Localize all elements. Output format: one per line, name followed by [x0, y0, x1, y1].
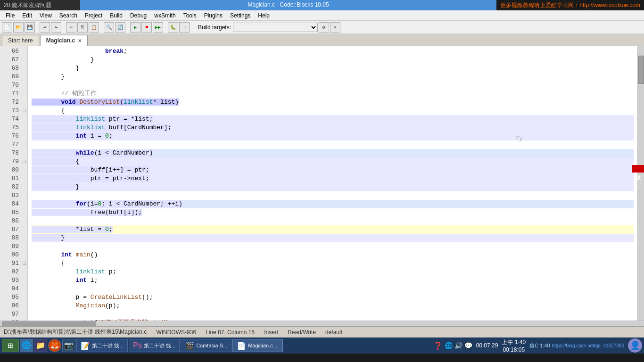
- tb-debug[interactable]: 🐛: [168, 22, 178, 33]
- menu-debug[interactable]: Debug: [126, 11, 150, 20]
- tb-open[interactable]: 📂: [13, 22, 24, 33]
- code-line-75[interactable]: linklist buff[CardNumber];: [32, 123, 634, 132]
- code-line-78[interactable]: while(i < CardNumber): [32, 149, 634, 157]
- taskbar-csdn-link[interactable]: https://blog.csdn.net/qq_41627390: [552, 343, 624, 348]
- vertical-scrollbar[interactable]: [637, 46, 644, 321]
- start-button[interactable]: ⊞: [2, 339, 19, 352]
- tb-close-build[interactable]: ✕: [330, 22, 340, 33]
- tab-close-icon[interactable]: ✕: [78, 38, 82, 43]
- menu-project[interactable]: Project: [81, 11, 106, 20]
- taskbar-volume-icon[interactable]: 🔊: [454, 342, 462, 349]
- code-line-82[interactable]: }: [32, 183, 634, 191]
- code-line-68[interactable]: }: [32, 64, 634, 73]
- code-line-67[interactable]: }: [32, 56, 634, 64]
- fold-marker-84: [21, 200, 27, 208]
- fold-marker-79[interactable]: □: [21, 157, 27, 166]
- taskbar-network-icon[interactable]: 🌐: [445, 342, 453, 349]
- code-line-70[interactable]: [32, 81, 634, 90]
- menu-edit[interactable]: Edit: [18, 11, 36, 20]
- menu-search[interactable]: Search: [56, 11, 81, 20]
- build-target-area: Build targets:: [198, 23, 318, 32]
- tb-save[interactable]: 💾: [25, 22, 35, 33]
- code-line-69[interactable]: }: [32, 73, 634, 81]
- menu-file[interactable]: File: [2, 11, 18, 20]
- code-line-93[interactable]: int i;: [32, 276, 634, 285]
- code-line-86[interactable]: [32, 217, 634, 225]
- menu-view[interactable]: View: [36, 11, 56, 20]
- taskbar-item-lecture1[interactable]: 📝 第二十讲 线...: [76, 339, 128, 352]
- taskbar-icon-1[interactable]: 🌐: [20, 339, 33, 352]
- code-line-77[interactable]: [32, 140, 634, 149]
- tb-step[interactable]: →: [179, 22, 190, 33]
- code-line-90[interactable]: int main(): [32, 251, 634, 259]
- code-line-76[interactable]: int i = 0;: [32, 132, 634, 140]
- tb-undo[interactable]: ↩: [40, 22, 50, 33]
- code-line-66[interactable]: break;: [32, 47, 634, 56]
- taskbar-item-ps[interactable]: Ps 第二十讲 线...: [129, 339, 180, 352]
- fold-marker-73[interactable]: □: [21, 107, 27, 115]
- taskbar-icon-4[interactable]: 📷: [62, 339, 75, 352]
- horizontal-scrollbar-thumb[interactable]: [2, 321, 96, 326]
- code-line-83[interactable]: [32, 191, 634, 200]
- taskbar-item-magician[interactable]: 📄 Magician.c ...: [232, 339, 283, 352]
- right-annotation[interactable]: 默认: [632, 165, 644, 173]
- code-line-79[interactable]: {: [32, 157, 634, 166]
- code-line-95[interactable]: p = CreateLinkList();: [32, 293, 634, 302]
- code-line-88[interactable]: }: [32, 234, 634, 242]
- code-line-71[interactable]: // 销毁工作: [32, 90, 634, 98]
- tb-run[interactable]: ▶: [130, 22, 140, 33]
- code-line-94[interactable]: [32, 285, 634, 293]
- taskbar-chat-icon[interactable]: 💬: [464, 342, 472, 349]
- code-line-98[interactable]: printf("按如下顺序发牌：\n");: [32, 319, 634, 321]
- taskbar-avatar[interactable]: 👤: [628, 338, 642, 353]
- horizontal-scrollbar[interactable]: [0, 321, 644, 326]
- fold-marker-94: [21, 285, 27, 293]
- code-line-81[interactable]: ptr = ptr->next;: [32, 174, 634, 183]
- tb-paste[interactable]: 📋: [89, 22, 99, 33]
- tb-copy[interactable]: ⎘: [77, 22, 88, 33]
- code-line-89[interactable]: [32, 242, 634, 251]
- code-line-84[interactable]: for(i=0; i < CardNumber; ++i): [32, 200, 634, 208]
- code-line-91[interactable]: {: [32, 259, 634, 268]
- menu-tools[interactable]: Tools: [180, 11, 200, 20]
- tab-magician-c[interactable]: Magician.c ✕: [40, 35, 88, 46]
- menu-wxsmith[interactable]: wxSmith: [150, 11, 179, 20]
- code-editor[interactable]: break; } } } // 销毁工作 void DestoryList(li…: [28, 46, 637, 321]
- code-line-85[interactable]: free(buff[i]);: [32, 208, 634, 217]
- line-number-93: 93: [0, 276, 19, 285]
- code-line-96[interactable]: Magician(p);: [32, 302, 634, 310]
- tb-search[interactable]: 🔍: [104, 22, 114, 33]
- tb-new[interactable]: 📄: [2, 22, 12, 33]
- taskbar-icon-3[interactable]: 🦊: [48, 339, 61, 352]
- menu-plugins[interactable]: Plugins: [200, 11, 226, 20]
- tb-cut[interactable]: ✂: [66, 22, 76, 33]
- fold-marker-81: [21, 174, 27, 183]
- code-line-73[interactable]: {: [32, 107, 634, 115]
- scrollbar-thumb[interactable]: [638, 56, 644, 84]
- build-target-select[interactable]: [233, 23, 318, 32]
- code-line-97[interactable]: [32, 310, 634, 319]
- tb-stop[interactable]: ■: [141, 22, 152, 33]
- taskbar-icon-2[interactable]: 📁: [34, 339, 47, 352]
- status-encoding: WINDOWS-936: [156, 329, 196, 336]
- code-line-87[interactable]: *list = 0;: [32, 225, 634, 234]
- tb-settings[interactable]: ⚙: [319, 22, 329, 33]
- taskbar-help-icon[interactable]: ❓: [433, 341, 443, 350]
- line-number-83: 83: [0, 191, 19, 200]
- fold-marker-91[interactable]: □: [21, 259, 27, 268]
- tab-start-here[interactable]: Start here: [2, 35, 39, 46]
- tb-redo[interactable]: ↪: [51, 22, 61, 33]
- tb-replace[interactable]: 🔄: [115, 22, 125, 33]
- line-number-88: 88: [0, 234, 19, 242]
- tb-build-run[interactable]: ▶▶: [153, 22, 163, 33]
- fold-marker-80: [21, 166, 27, 174]
- code-line-80[interactable]: buff[i++] = ptr;: [32, 166, 634, 174]
- code-line-92[interactable]: linklist p;: [32, 268, 634, 276]
- code-line-74[interactable]: linklist ptr = *list;: [32, 115, 634, 123]
- code-line-72[interactable]: void DestoryList(linklist* list): [32, 98, 634, 107]
- menu-help[interactable]: Help: [254, 11, 273, 20]
- menu-settings[interactable]: Settings: [226, 11, 254, 20]
- line-number-76: 76: [0, 132, 19, 140]
- taskbar-item-camtasia[interactable]: 🎬 Camtasia S...: [181, 339, 231, 352]
- menu-build[interactable]: Build: [106, 11, 126, 20]
